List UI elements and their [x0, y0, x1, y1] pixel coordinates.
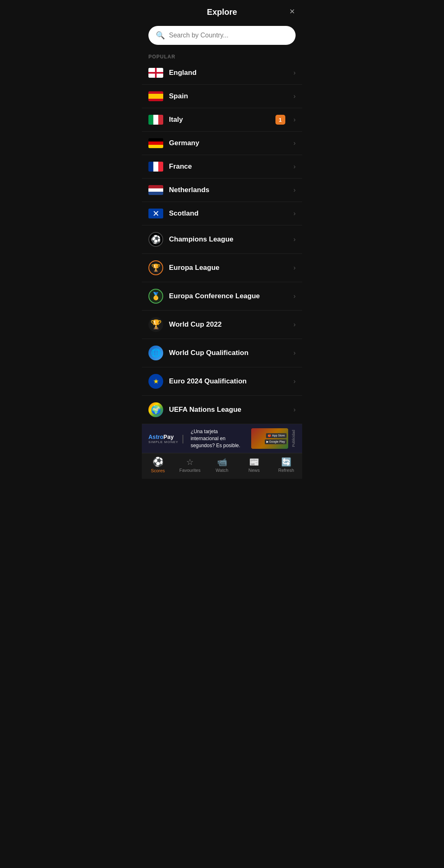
item-label-europa-league: Europa League [169, 264, 288, 272]
item-label-europa-conference: Europa Conference League [169, 292, 288, 300]
search-container: 🔍 [142, 23, 302, 51]
chevron-italy: › [294, 116, 296, 123]
search-bar[interactable]: 🔍 [148, 26, 296, 45]
chevron-champions-league: › [294, 236, 296, 243]
popular-section-label: POPULAR [142, 51, 302, 61]
news-label: News [248, 468, 260, 473]
ad-divider: | [182, 433, 184, 444]
item-label-spain: Spain [169, 92, 288, 100]
refresh-icon: 🔄 [281, 458, 291, 466]
chevron-nations-league: › [294, 406, 296, 413]
list-item-spain[interactable]: Spain › [142, 85, 302, 108]
list-item-world-cup-qual[interactable]: 🌐 World Cup Qualification › [142, 339, 302, 367]
ad-image: 🍎 App Store ▶ Google Play [251, 428, 288, 449]
refresh-label: Refresh [278, 468, 294, 473]
flag-italy [148, 115, 163, 125]
list-item-nations-league[interactable]: 🌍 UEFA Nations League › [142, 396, 302, 424]
header: Explore × [142, 0, 302, 23]
chevron-england: › [294, 69, 296, 77]
watch-icon: 📹 [217, 458, 227, 466]
item-label-champions-league: Champions League [169, 235, 288, 244]
content-scroll: POPULAR England › Spain › Italy 1 › [142, 51, 302, 424]
list-item-europa-conference[interactable]: 🥇 Europa Conference League › [142, 282, 302, 311]
page-title: Explore [207, 7, 237, 17]
list-item-scotland[interactable]: Scotland › [142, 202, 302, 225]
item-label-world-cup-qual: World Cup Qualification [169, 349, 288, 357]
flag-scotland [148, 209, 163, 218]
item-label-italy: Italy [169, 116, 270, 124]
flag-germany [148, 138, 163, 148]
scores-icon: ⚽ [153, 457, 164, 466]
flag-france [148, 162, 163, 172]
list-item-europa-league[interactable]: 🏆 Europa League › [142, 254, 302, 282]
ad-text: ¿Una tarjeta internacional en segundos? … [187, 428, 248, 449]
chevron-germany: › [294, 139, 296, 147]
list-item-champions-league[interactable]: ⚽ Champions League › [142, 225, 302, 254]
list-item-world-cup-2022[interactable]: 🏆 World Cup 2022 › [142, 311, 302, 339]
item-label-nations-league: UEFA Nations League [169, 406, 288, 414]
list-item-germany[interactable]: Germany › [142, 132, 302, 155]
list-item-italy[interactable]: Italy 1 › [142, 108, 302, 132]
world-cup-2022-icon: 🏆 [148, 317, 163, 332]
badge-italy: 1 [275, 115, 285, 125]
ad-publicidad-label: Publicidad [291, 430, 296, 447]
search-input[interactable] [169, 32, 288, 39]
nav-favourites[interactable]: ☆ Favourites [174, 453, 206, 479]
bottom-nav: ⚽ Scores ☆ Favourites 📹 Watch 📰 News 🔄 R… [142, 453, 302, 479]
euro-2024-icon: ★ [148, 374, 163, 389]
item-label-euro-2024: Euro 2024 Qualification [169, 377, 288, 385]
scores-label: Scores [151, 468, 165, 473]
list-item-euro-2024[interactable]: ★ Euro 2024 Qualification › [142, 367, 302, 396]
item-label-germany: Germany [169, 139, 288, 147]
chevron-scotland: › [294, 210, 296, 217]
favourites-icon: ☆ [186, 458, 194, 466]
nav-refresh[interactable]: 🔄 Refresh [270, 453, 302, 479]
chevron-europa-league: › [294, 264, 296, 272]
chevron-spain: › [294, 93, 296, 100]
ad-logo: AstroPay [148, 434, 173, 440]
flag-netherlands [148, 185, 163, 195]
close-button[interactable]: × [289, 7, 295, 16]
champions-league-icon: ⚽ [148, 232, 163, 247]
europa-league-icon: 🏆 [148, 260, 163, 275]
world-cup-qual-icon: 🌐 [148, 346, 163, 360]
watch-label: Watch [216, 468, 229, 473]
nations-league-icon: 🌍 [148, 402, 163, 417]
item-label-france: France [169, 162, 288, 171]
item-label-scotland: Scotland [169, 209, 288, 218]
chevron-europa-conference: › [294, 292, 296, 300]
chevron-world-cup-qual: › [294, 349, 296, 357]
nav-scores[interactable]: ⚽ Scores [142, 453, 174, 479]
search-icon: 🔍 [156, 31, 165, 40]
nav-news[interactable]: 📰 News [238, 453, 270, 479]
chevron-euro-2024: › [294, 378, 296, 385]
europa-conference-icon: 🥇 [148, 289, 163, 304]
ad-banner[interactable]: AstroPay SIMPLE MONEY | ¿Una tarjeta int… [142, 424, 302, 453]
flag-england [148, 68, 163, 78]
chevron-france: › [294, 163, 296, 170]
list-item-england[interactable]: England › [142, 61, 302, 85]
chevron-world-cup-2022: › [294, 321, 296, 328]
nav-watch[interactable]: 📹 Watch [206, 453, 238, 479]
ad-tagline: SIMPLE MONEY [148, 440, 178, 444]
item-label-england: England [169, 69, 288, 77]
list-item-france[interactable]: France › [142, 155, 302, 179]
list-item-netherlands[interactable]: Netherlands › [142, 179, 302, 202]
flag-spain [148, 91, 163, 101]
news-icon: 📰 [249, 458, 259, 466]
item-label-netherlands: Netherlands [169, 186, 288, 194]
favourites-label: Favourites [179, 468, 200, 473]
chevron-netherlands: › [294, 186, 296, 194]
item-label-world-cup-2022: World Cup 2022 [169, 320, 288, 329]
